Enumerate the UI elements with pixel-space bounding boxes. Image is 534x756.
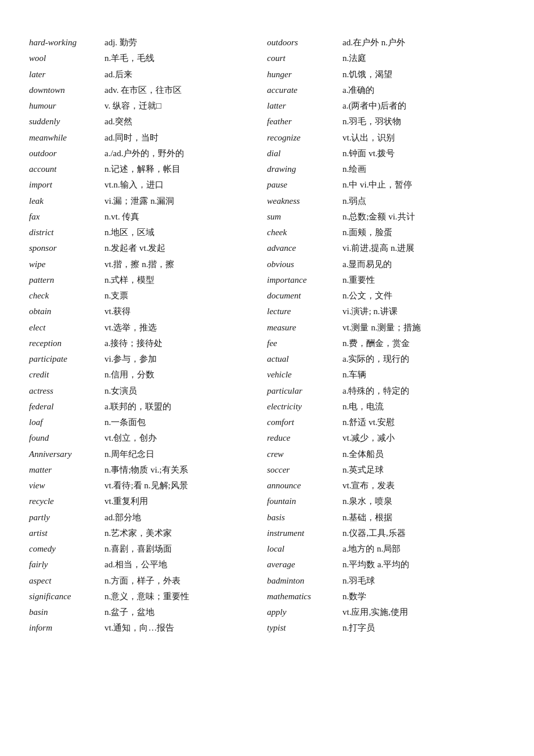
list-item: foundvt.创立，创办 [29, 430, 267, 446]
word-definition: a.特殊的，特定的 [342, 384, 505, 398]
word-definition: n.支票 [104, 289, 267, 303]
word-english: obtain [29, 305, 104, 318]
list-item: advancevi.前进,提高 n.进展 [267, 240, 505, 256]
word-definition: n.中 vi.中止，暂停 [342, 178, 505, 192]
word-english: typist [267, 621, 342, 635]
word-definition: n.羽毛球 [342, 574, 505, 588]
word-english: cheek [267, 226, 342, 239]
word-definition: n.泉水，喷泉 [342, 495, 505, 508]
list-item: announcevt.宣布，发表 [267, 478, 505, 494]
word-english: outdoors [267, 36, 342, 49]
word-english: sum [267, 210, 342, 224]
list-item: actressn.女演员 [29, 383, 267, 399]
word-definition: a.(两者中)后者的 [342, 99, 505, 113]
list-item: particulara.特殊的，特定的 [267, 383, 505, 399]
word-english: crew [267, 448, 342, 461]
word-definition: v. 纵容，迁就□ [104, 99, 267, 113]
word-definition: a.实际的，现行的 [342, 352, 505, 366]
word-english: participate [29, 352, 104, 366]
word-english: import [29, 178, 104, 192]
list-item: reducevt.减少，减小 [267, 430, 505, 446]
word-english: importance [267, 273, 342, 287]
word-definition: vt.宣布，发表 [342, 479, 505, 492]
word-english: district [29, 226, 104, 239]
word-english: vehicle [267, 368, 342, 381]
word-definition: a.地方的 n.局部 [342, 542, 505, 556]
word-english: obvious [267, 258, 342, 271]
word-english: inform [29, 621, 104, 635]
word-english: drawing [267, 163, 342, 176]
word-definition: vt.通知，向…报告 [104, 621, 267, 635]
list-item: aspectn.方面，样子，外表 [29, 573, 267, 589]
list-item: viewvt.看待;看 n.见解;风景 [29, 478, 267, 494]
word-definition: vt.选举，推选 [104, 321, 267, 334]
word-english: feather [267, 115, 342, 128]
list-item: comfortn.舒适 vt.安慰 [267, 415, 505, 430]
word-english: fax [29, 210, 104, 224]
word-definition: n.全体船员 [342, 448, 505, 461]
list-item: receptiona.接待；接待处 [29, 336, 267, 351]
word-english: meanwhile [29, 131, 104, 145]
word-english: hunger [267, 68, 342, 81]
word-definition: ad.在户外 n.户外 [342, 36, 505, 49]
word-definition: vt.应用,实施,使用 [342, 606, 505, 619]
list-item: Anniversaryn.周年纪念日 [29, 447, 267, 462]
list-item: comedyn.喜剧，喜剧场面 [29, 541, 267, 557]
word-definition: n.公文，文件 [342, 289, 505, 303]
word-english: badminton [267, 574, 342, 588]
word-definition: n.打字员 [342, 621, 505, 635]
word-definition: n.总数;金额 vi.共计 [342, 210, 505, 224]
word-english: found [29, 431, 104, 445]
list-item: faxn.vt. 传真 [29, 209, 267, 225]
list-item: lattera.(两者中)后者的 [267, 98, 505, 114]
word-english: view [29, 479, 104, 492]
word-english: dial [267, 147, 342, 160]
word-english: fountain [267, 495, 342, 508]
word-english: matter [29, 463, 104, 477]
word-english: accurate [267, 84, 342, 97]
word-english: account [29, 163, 104, 176]
word-definition: ad.后来 [104, 68, 267, 81]
word-english: actual [267, 352, 342, 366]
word-definition: n.女演员 [104, 384, 267, 398]
word-definition: n.基础，根据 [342, 511, 505, 524]
word-definition: a.准确的 [342, 84, 505, 97]
word-definition: vt.测量 n.测量；措施 [342, 321, 505, 334]
word-definition: vi.前进,提高 n.进展 [342, 242, 505, 255]
word-english: suddenly [29, 115, 104, 128]
word-english: basis [267, 511, 342, 524]
list-item: applyvt.应用,实施,使用 [267, 604, 505, 620]
list-item: wipevt.揩，擦 n.揩，擦 [29, 257, 267, 272]
word-english: partly [29, 511, 104, 524]
word-definition: n.事情;物质 vi.;有关系 [104, 463, 267, 477]
word-definition: vi.漏；泄露 n.漏洞 [104, 195, 267, 208]
word-english: credit [29, 368, 104, 381]
list-item: feen.费，酬金，赏金 [267, 336, 505, 351]
list-item: mathematicsn.数学 [267, 589, 505, 604]
word-english: pause [267, 178, 342, 192]
word-definition: vt.重复利用 [104, 495, 267, 508]
word-definition: n.意义，意味；重要性 [104, 590, 267, 603]
word-english: sponsor [29, 242, 104, 255]
list-item: basisn.基础，根据 [267, 510, 505, 525]
list-item: weaknessn.弱点 [267, 193, 505, 209]
word-definition: n.羊毛，毛线 [104, 52, 267, 65]
word-definition: n.喜剧，喜剧场面 [104, 542, 267, 556]
word-definition: a./ad.户外的，野外的 [104, 147, 267, 160]
list-item: courtn.法庭 [267, 51, 505, 66]
list-item: cheekn.面颊，脸蛋 [267, 225, 505, 240]
word-english: announce [267, 479, 342, 492]
word-definition: n.舒适 vt.安慰 [342, 416, 505, 429]
word-definition: n.车辆 [342, 368, 505, 381]
word-definition: n.费，酬金，赏金 [342, 337, 505, 350]
word-english: comedy [29, 542, 104, 556]
list-item: fountainn.泉水，喷泉 [267, 494, 505, 509]
word-definition: n.vt. 传真 [104, 210, 267, 224]
word-definition: n.式样，模型 [104, 273, 267, 287]
word-english: outdoor [29, 147, 104, 160]
word-definition: n.重要性 [342, 273, 505, 287]
list-item: sumn.总数;金额 vi.共计 [267, 209, 505, 225]
list-item: recognizevt.认出，识别 [267, 130, 505, 146]
list-item: federala.联邦的，联盟的 [29, 399, 267, 415]
word-english: significance [29, 590, 104, 603]
